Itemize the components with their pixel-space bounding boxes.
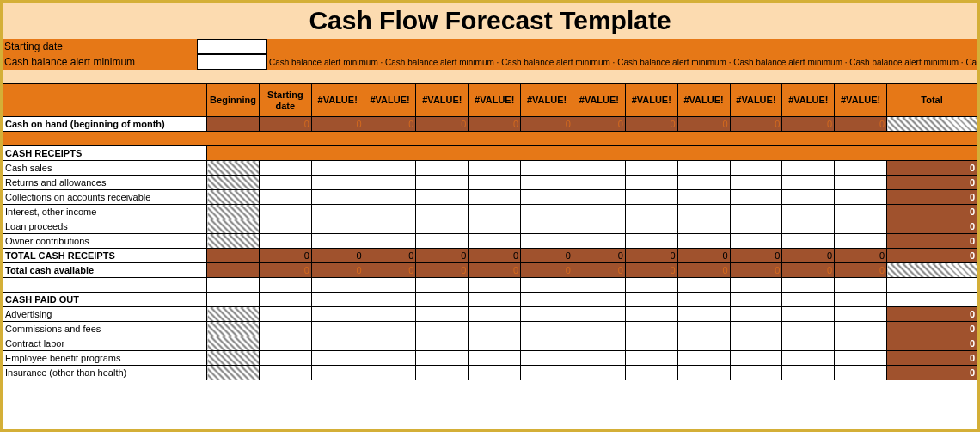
cell[interactable] (469, 293, 521, 307)
cell[interactable]: 0 (677, 263, 730, 278)
cell[interactable] (416, 307, 469, 322)
cell[interactable] (573, 234, 625, 249)
cell[interactable] (521, 176, 573, 190)
cell[interactable] (311, 234, 364, 249)
cell[interactable]: 0 (311, 249, 364, 263)
cell[interactable] (416, 336, 469, 351)
cell[interactable] (730, 190, 782, 205)
cell-total[interactable]: 0 (887, 307, 977, 322)
cell[interactable] (782, 366, 835, 380)
cell[interactable] (835, 219, 887, 234)
cell-total[interactable]: 0 (887, 366, 977, 380)
cell[interactable]: 0 (625, 249, 677, 263)
cell[interactable] (677, 366, 730, 380)
cell[interactable] (364, 322, 416, 336)
cell[interactable] (311, 293, 364, 307)
cell[interactable] (782, 293, 835, 307)
cell[interactable] (259, 278, 311, 293)
cell[interactable] (311, 336, 364, 351)
cell[interactable] (835, 234, 887, 249)
cell-total[interactable]: 0 (887, 351, 977, 366)
cell[interactable] (730, 336, 782, 351)
cell[interactable]: 0 (730, 249, 782, 263)
cell[interactable] (521, 322, 573, 336)
cell-hatched[interactable] (207, 351, 260, 366)
cell[interactable] (625, 307, 677, 322)
cell[interactable] (364, 293, 416, 307)
cell[interactable] (730, 278, 782, 293)
cell-hatched[interactable] (207, 366, 260, 380)
cell[interactable] (625, 219, 677, 234)
cell[interactable] (835, 366, 887, 380)
cell[interactable]: 0 (521, 263, 573, 278)
header-blank[interactable] (3, 84, 207, 117)
cell[interactable] (573, 322, 625, 336)
cell-total[interactable]: 0 (887, 234, 977, 249)
cell[interactable] (677, 161, 730, 176)
cell[interactable]: 0 (259, 117, 311, 132)
cell[interactable] (625, 351, 677, 366)
cell[interactable] (887, 293, 977, 307)
cell[interactable] (364, 219, 416, 234)
loan-label[interactable]: Loan proceeds (3, 219, 207, 234)
cell[interactable] (677, 336, 730, 351)
cell[interactable] (259, 293, 311, 307)
cell[interactable] (416, 293, 469, 307)
header-month[interactable]: #VALUE! (416, 84, 469, 117)
cell[interactable] (782, 161, 835, 176)
header-month[interactable]: #VALUE! (677, 84, 730, 117)
cell[interactable] (677, 205, 730, 219)
cell[interactable] (311, 219, 364, 234)
cell[interactable] (782, 205, 835, 219)
cell[interactable] (416, 190, 469, 205)
cell[interactable] (521, 190, 573, 205)
cell[interactable] (835, 293, 887, 307)
cell[interactable] (573, 176, 625, 190)
cell-total[interactable]: 0 (887, 176, 977, 190)
header-month[interactable]: #VALUE! (364, 84, 416, 117)
cell[interactable]: 0 (259, 249, 311, 263)
cell[interactable] (730, 322, 782, 336)
cell[interactable] (835, 190, 887, 205)
cell[interactable]: 0 (782, 249, 835, 263)
cell[interactable] (782, 336, 835, 351)
contract-label[interactable]: Contract labor (3, 336, 207, 351)
cell[interactable] (730, 161, 782, 176)
insurance-label[interactable]: Insurance (other than health) (3, 366, 207, 380)
cell[interactable] (311, 278, 364, 293)
cell[interactable] (364, 176, 416, 190)
cell[interactable]: 0 (782, 263, 835, 278)
cell[interactable] (259, 336, 311, 351)
header-month[interactable]: #VALUE! (782, 84, 835, 117)
cell[interactable] (835, 322, 887, 336)
cell[interactable] (835, 161, 887, 176)
cell[interactable]: 0 (573, 117, 625, 132)
cell-hatched[interactable] (207, 307, 260, 322)
cell[interactable] (469, 336, 521, 351)
cell[interactable]: 0 (259, 263, 311, 278)
cell[interactable] (521, 205, 573, 219)
cell[interactable] (311, 176, 364, 190)
interest-label[interactable]: Interest, other income (3, 205, 207, 219)
cell[interactable]: 0 (625, 117, 677, 132)
cell[interactable] (573, 219, 625, 234)
cell[interactable] (521, 351, 573, 366)
header-starting-date[interactable]: Starting date (259, 84, 311, 117)
cell[interactable]: 0 (835, 249, 887, 263)
cell[interactable] (573, 161, 625, 176)
cell[interactable] (573, 293, 625, 307)
cell[interactable] (625, 190, 677, 205)
cell[interactable] (259, 322, 311, 336)
cell[interactable]: 0 (625, 263, 677, 278)
cell[interactable] (259, 205, 311, 219)
cell[interactable] (259, 366, 311, 380)
cell-total[interactable]: 0 (887, 322, 977, 336)
cell[interactable] (835, 307, 887, 322)
cell[interactable] (677, 351, 730, 366)
header-month[interactable]: #VALUE! (573, 84, 625, 117)
cell[interactable] (416, 234, 469, 249)
header-beginning[interactable]: Beginning (207, 84, 260, 117)
header-month[interactable]: #VALUE! (311, 84, 364, 117)
cell[interactable] (677, 176, 730, 190)
cell[interactable] (835, 176, 887, 190)
